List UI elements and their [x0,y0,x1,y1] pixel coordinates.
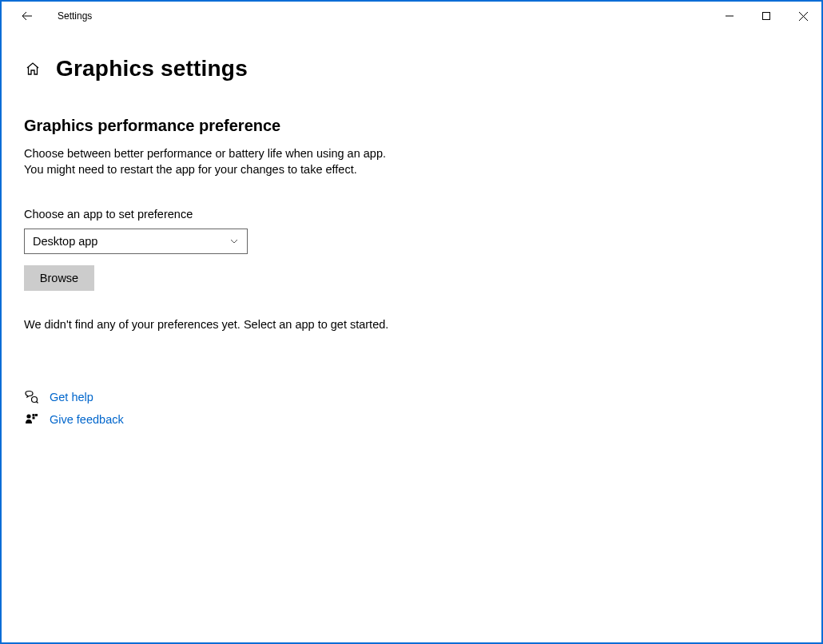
title-bar: Settings [2,2,821,30]
svg-point-4 [32,397,38,403]
minimize-button[interactable] [711,3,748,29]
page-title: Graphics settings [56,56,248,81]
app-type-dropdown[interactable]: Desktop app [24,229,248,254]
back-button[interactable] [14,3,40,29]
svg-point-6 [26,415,30,419]
empty-state-text: We didn't find any of your preferences y… [24,318,799,331]
content-area: Graphics settings Graphics performance p… [2,30,821,427]
help-icon [24,390,38,404]
svg-rect-1 [763,13,770,20]
maximize-button[interactable] [748,3,785,29]
svg-rect-8 [35,414,38,416]
back-arrow-icon [21,10,34,22]
give-feedback-row: Give feedback [24,412,799,427]
get-help-link[interactable]: Get help [50,391,93,403]
svg-rect-9 [33,417,35,419]
home-icon[interactable] [24,60,42,78]
body-line-2: You might need to restart the app for yo… [24,163,357,176]
get-help-row: Get help [24,390,799,404]
browse-button[interactable]: Browse [24,265,94,291]
section-heading: Graphics performance preference [24,117,799,135]
give-feedback-link[interactable]: Give feedback [50,413,124,426]
window-controls [711,3,821,29]
body-line-1: Choose between better performance or bat… [24,147,386,160]
app-title: Settings [58,10,92,22]
feedback-icon [24,412,38,427]
close-icon [799,12,808,21]
section-description: Choose between better performance or bat… [24,146,799,177]
svg-line-5 [37,402,38,403]
close-button[interactable] [785,3,821,29]
chevron-down-icon [229,237,239,246]
dropdown-label: Choose an app to set preference [24,208,799,221]
minimize-icon [726,12,734,20]
page-header: Graphics settings [24,56,799,81]
maximize-icon [762,12,770,20]
dropdown-selected-value: Desktop app [33,235,97,248]
svg-rect-7 [33,414,35,416]
help-links: Get help Give feedback [24,390,799,427]
